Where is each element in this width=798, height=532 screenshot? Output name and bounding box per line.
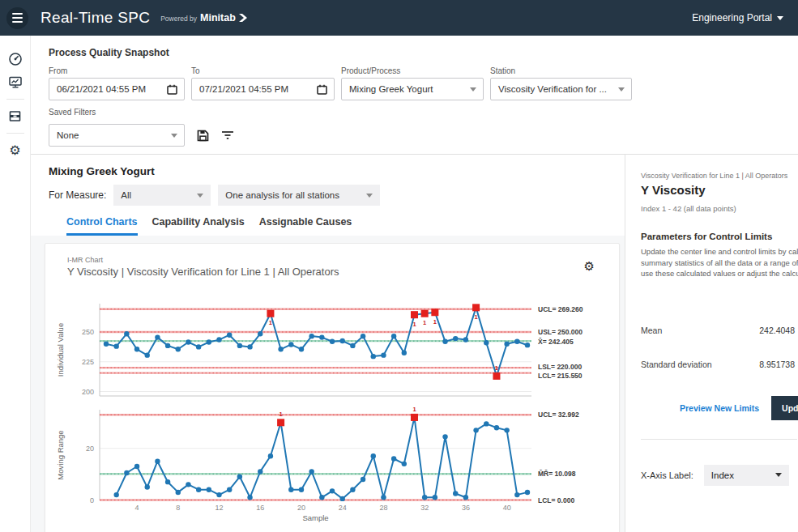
svg-text:Sample: Sample (302, 513, 328, 522)
update-control-limits-button[interactable]: Update Control Limits (771, 396, 798, 420)
product-select-value: Mixing Greek Yogurt (349, 84, 433, 94)
filter-button[interactable] (221, 130, 234, 141)
params-title: Parameters for Control Limits (641, 232, 798, 241)
tab-bar: Control Charts Capability Analysis Assig… (66, 216, 625, 236)
monitor-chart-icon[interactable] (0, 70, 31, 94)
to-field: To 07/21/2021 04:55 PM (191, 66, 335, 100)
left-sidebar: ⚙ (0, 36, 31, 532)
params-description: Update the center line and control limit… (641, 246, 798, 279)
svg-text:12: 12 (216, 504, 224, 512)
tab-capability-analysis[interactable]: Capability Analysis (152, 216, 245, 236)
mean-calculated-value: 242.4048 (746, 326, 795, 335)
hamburger-menu-icon[interactable] (6, 7, 28, 29)
right-panel: Viscosity Verification for Line 1 | All … (625, 155, 798, 532)
chevron-down-icon (775, 473, 782, 477)
powered-by: Powered by Minitab (160, 12, 248, 23)
limits-actions: Preview New Limits Update Control Limits (641, 396, 798, 420)
save-icon (197, 130, 209, 142)
chevron-down-icon (618, 87, 625, 92)
portal-menu[interactable]: Engineering Portal (692, 12, 783, 23)
table-row: Standard deviation 8.951738 (641, 354, 798, 375)
saved-filters-value: None (57, 130, 79, 140)
imr-chart-card: I-MR Chart Y Viscosity | Viscosity Verif… (45, 243, 620, 532)
page-title: Process Quality Snapshot (49, 47, 798, 58)
product-select[interactable]: Mixing Greek Yogurt (341, 78, 484, 100)
limits-table-header: calculated from data (641, 289, 798, 307)
svg-text:4: 4 (135, 504, 139, 512)
svg-text:28: 28 (379, 504, 387, 512)
app-title: Real-Time SPC (41, 9, 150, 27)
stdev-row-label: Standard deviation (641, 360, 746, 369)
table-row: Mean 242.4048 (641, 320, 798, 341)
svg-text:200: 200 (82, 388, 94, 396)
to-label: To (191, 66, 335, 75)
svg-text:M̄R̄= 10.098: M̄R̄= 10.098 (538, 470, 576, 478)
stdev-calculated-value: 8.951738 (746, 360, 795, 369)
to-datetime-input[interactable]: 07/21/2021 04:55 PM (191, 78, 335, 100)
svg-text:32: 32 (420, 504, 429, 512)
analysis-mode-select[interactable]: One analysis for all stations (218, 185, 380, 206)
svg-text:LCL= 215.550: LCL= 215.550 (538, 372, 582, 380)
measure-select[interactable]: All (113, 185, 211, 206)
svg-text:1: 1 (412, 321, 416, 328)
params-desc-line: summary statistics of all the data or a … (641, 257, 798, 269)
svg-text:20: 20 (86, 445, 94, 453)
svg-text:LSL= 220.000: LSL= 220.000 (538, 363, 582, 371)
xaxis-label-row: X-Axis Label: Index (641, 465, 798, 486)
chart-area: I-MR Chart Y Viscosity | Viscosity Verif… (31, 236, 625, 532)
station-select[interactable]: Viscosity Verification for ... (490, 78, 632, 100)
params-desc-line: Update the center line and control limit… (641, 246, 798, 257)
filter-fields-row: From 06/21/2021 04:55 PM To 07/21/2021 0… (49, 66, 798, 100)
svg-text:1: 1 (423, 319, 426, 326)
svg-text:20: 20 (297, 504, 305, 512)
gauge-icon[interactable] (0, 47, 31, 70)
powered-by-label: Powered by (160, 15, 197, 23)
saved-filters-label: Saved Filters (49, 108, 798, 117)
tab-assignable-causes[interactable]: Assignable Causes (259, 216, 352, 236)
filter-icon (221, 130, 234, 141)
from-datetime-input[interactable]: 06/21/2021 04:55 PM (49, 78, 185, 100)
settings-gear-icon[interactable]: ⚙ (0, 138, 31, 162)
saved-filters-field: Saved Filters None (49, 108, 798, 147)
tab-control-charts[interactable]: Control Charts (66, 216, 138, 236)
app-header: Real-Time SPC Powered by Minitab Enginee… (0, 0, 798, 36)
params-desc-line: use these calculated values or adjust th… (641, 268, 798, 279)
svg-text:Individual Value: Individual Value (56, 323, 65, 377)
saved-filters-select[interactable]: None (49, 124, 185, 147)
station-field: Station Viscosity Verification for ... (490, 66, 632, 100)
calendar-icon (317, 84, 327, 95)
chevron-down-icon (777, 16, 783, 20)
svg-text:1: 1 (412, 406, 416, 413)
index-range-note: Index 1 - 42 (all data points) (641, 204, 798, 213)
main-panel: Mixing Greek Yogurt For Measure: All One… (31, 155, 625, 532)
brand-name: Minitab (200, 12, 236, 23)
save-filter-button[interactable] (197, 130, 209, 142)
app-root: Real-Time SPC Powered by Minitab Enginee… (0, 0, 798, 532)
svg-text:1: 1 (475, 313, 478, 321)
for-measure-label: For Measure: (49, 189, 106, 201)
chart-card-header: I-MR Chart Y Viscosity | Viscosity Verif… (45, 244, 619, 278)
product-field: Product/Process Mixing Greek Yogurt (341, 66, 484, 100)
from-label: From (49, 66, 185, 75)
svg-text:1: 1 (280, 411, 283, 418)
xaxis-select[interactable]: Index (704, 465, 789, 486)
svg-text:UCL= 269.260: UCL= 269.260 (538, 305, 583, 313)
station-select-value: Viscosity Verification for ... (498, 84, 607, 94)
mean-row-label: Mean (641, 326, 746, 335)
svg-text:UCL= 32.992: UCL= 32.992 (538, 411, 579, 419)
svg-text:24: 24 (339, 504, 347, 512)
svg-text:USL= 250.000: USL= 250.000 (538, 328, 582, 336)
svg-text:16: 16 (256, 504, 264, 512)
archive-box-icon[interactable] (0, 104, 31, 128)
preview-new-limits-link[interactable]: Preview New Limits (680, 403, 759, 413)
svg-text:40: 40 (503, 504, 511, 512)
svg-text:1: 1 (495, 364, 498, 372)
chevron-down-icon (197, 194, 203, 198)
to-datetime-value: 07/21/2021 04:55 PM (199, 84, 288, 94)
svg-text:8: 8 (176, 504, 180, 512)
chart-settings-gear-icon[interactable]: ⚙ (584, 260, 595, 272)
calendar-icon (167, 84, 177, 95)
xaxis-select-value: Index (711, 470, 734, 480)
svg-text:X̄= 242.405: X̄= 242.405 (538, 338, 574, 346)
limits-table: calculated from data Mean 242.4048 Stand… (641, 289, 798, 375)
